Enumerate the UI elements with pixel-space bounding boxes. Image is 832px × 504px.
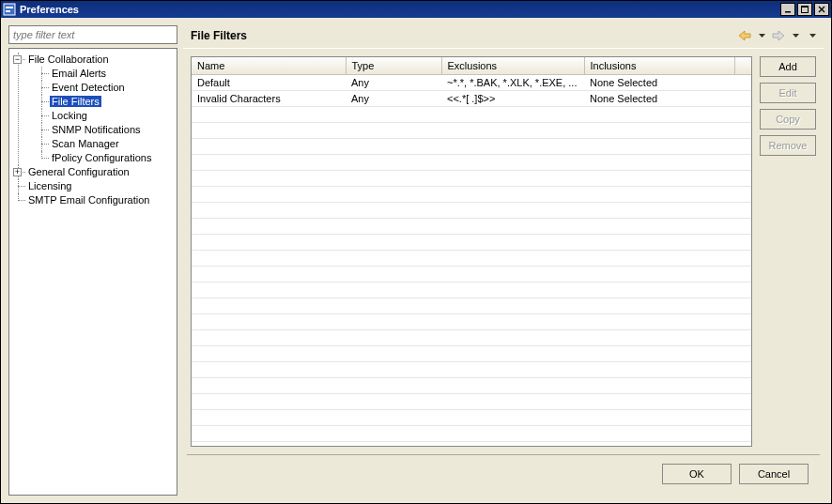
ok-button[interactable]: OK [662, 464, 732, 484]
column-header-exclusions[interactable]: Exclusions [441, 57, 584, 74]
svg-rect-0 [4, 4, 15, 15]
table-row [192, 250, 751, 266]
table-row [192, 409, 751, 425]
table-row [192, 313, 751, 329]
svg-rect-1 [6, 7, 13, 8]
column-header-inclusions[interactable]: Inclusions [584, 57, 734, 74]
tree-item-scan-manager[interactable]: Scan Manager [50, 138, 121, 149]
table-row[interactable]: Invalid CharactersAny<<.*[ .]$>>None Sel… [192, 90, 751, 106]
right-pane: File Filters Name [183, 25, 824, 496]
maximize-button[interactable] [797, 3, 812, 16]
nav-back-icon[interactable] [737, 28, 752, 43]
copy-button[interactable]: Copy [760, 109, 816, 130]
table-row [192, 106, 751, 122]
table-row[interactable]: DefaultAny~*.*, *.BAK, *.XLK, *.EXE, ...… [192, 74, 751, 90]
dropdown-icon[interactable] [788, 28, 803, 43]
cancel-button[interactable]: Cancel [739, 464, 809, 484]
tree-item-file-filters[interactable]: File Filters [50, 96, 101, 107]
action-buttons: Add Edit Copy Remove [760, 56, 816, 447]
table-row [192, 138, 751, 154]
table-row [192, 345, 751, 361]
table-row [192, 218, 751, 234]
tree-item-licensing[interactable]: Licensing [26, 180, 73, 191]
svg-rect-5 [802, 7, 809, 8]
tree-item-fpolicy-configurations[interactable]: fPolicy Configurations [50, 152, 153, 163]
window-controls [778, 3, 829, 16]
filters-table[interactable]: Name Type Exclusions Inclusions DefaultA… [191, 56, 752, 447]
table-row [192, 393, 751, 409]
expand-toggle-icon[interactable]: − [13, 55, 22, 64]
preferences-tree[interactable]: − File Collaboration Email Alerts Event … [8, 48, 177, 496]
edit-button[interactable]: Edit [760, 83, 816, 103]
table-row [192, 154, 751, 170]
table-row [192, 377, 751, 393]
left-pane: − File Collaboration Email Alerts Event … [8, 25, 177, 496]
page-title: File Filters [191, 29, 737, 42]
svg-rect-3 [785, 11, 791, 13]
close-button[interactable] [814, 3, 829, 16]
table-row [192, 298, 751, 313]
table-row [192, 122, 751, 138]
table-row [192, 186, 751, 202]
tree-item-snmp-notifications[interactable]: SNMP Notifications [50, 124, 143, 135]
table-row [192, 170, 751, 186]
table-row [192, 361, 751, 377]
tree-item-smtp-email-configuration[interactable]: SMTP Email Configuration [26, 194, 151, 206]
tree-item-event-detection[interactable]: Event Detection [50, 82, 127, 93]
filter-input[interactable] [8, 25, 177, 44]
preferences-window: Preferences − File Collaboration Email A… [0, 0, 832, 504]
svg-rect-2 [6, 10, 10, 12]
dropdown-icon[interactable] [805, 28, 820, 43]
dropdown-icon[interactable] [754, 28, 769, 43]
table-row [192, 282, 751, 298]
minimize-button[interactable] [780, 3, 795, 16]
divider [183, 48, 824, 49]
table-row [192, 266, 751, 282]
titlebar: Preferences [1, 1, 831, 18]
add-button[interactable]: Add [760, 56, 816, 77]
remove-button[interactable]: Remove [760, 135, 816, 156]
tree-item-email-alerts[interactable]: Email Alerts [50, 68, 108, 79]
dialog-footer: OK Cancel [187, 454, 820, 492]
window-title: Preferences [20, 4, 79, 15]
tree-item-file-collaboration[interactable]: File Collaboration [26, 53, 111, 65]
tree-item-general-configuration[interactable]: General Configuration [26, 166, 131, 177]
table-row [192, 425, 751, 441]
table-row [192, 202, 751, 218]
nav-forward-icon[interactable] [771, 28, 786, 43]
column-header-name[interactable]: Name [192, 57, 346, 74]
column-header-spacer [734, 57, 751, 74]
app-icon [3, 3, 16, 16]
table-row [192, 234, 751, 250]
table-row [192, 329, 751, 345]
expand-toggle-icon[interactable]: + [13, 168, 22, 176]
column-header-type[interactable]: Type [346, 57, 441, 74]
tree-item-locking[interactable]: Locking [50, 110, 89, 121]
